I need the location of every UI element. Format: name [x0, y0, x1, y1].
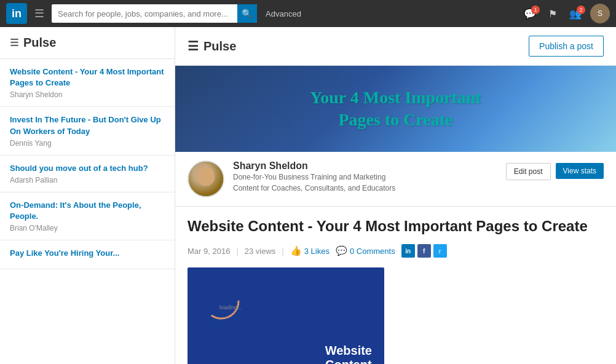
search-bar: 🔍: [52, 4, 257, 23]
comment-icon: 💬: [336, 245, 347, 256]
sidebar-item-title-1: Invest In The Future - But Don't Give Up…: [10, 114, 165, 136]
sidebar-item-title-2: Should you move out of a tech hub?: [10, 163, 165, 174]
article-title: Website Content - Your 4 Most Important …: [188, 216, 604, 235]
sidebar-item-author-0: Sharyn Sheldon: [10, 90, 165, 99]
author-description: Done-for-You Business Training and Marke…: [233, 172, 497, 194]
banner-decoration: [175, 66, 616, 152]
sidebar-item-1[interactable]: Invest In The Future - But Don't Give Up…: [0, 107, 175, 155]
author-name: Sharyn Sheldon: [233, 160, 497, 172]
author-info: Sharyn Sheldon Done-for-You Business Tra…: [233, 160, 497, 194]
author-avatar: [188, 160, 224, 197]
loading-text: loading...: [219, 304, 242, 311]
sidebar-item-0[interactable]: Website Content - Your 4 Most Important …: [0, 59, 175, 107]
sidebar-item-3[interactable]: On-Demand: It's About the People, People…: [0, 192, 175, 240]
connections-badge: 2: [577, 6, 585, 14]
svg-point-0: [204, 284, 239, 318]
search-button[interactable]: 🔍: [237, 4, 257, 23]
user-avatar[interactable]: S: [590, 4, 610, 23]
likes-link[interactable]: 3 Likes: [304, 247, 330, 256]
pulse-header: ☰ Pulse Publish a post: [175, 27, 616, 66]
search-input[interactable]: [52, 4, 237, 23]
article-banner: Your 4 Most Important Pages to Create: [175, 66, 616, 152]
thumbs-up-icon: 👍: [290, 245, 302, 256]
pulse-title-text: Pulse: [203, 39, 236, 53]
article-likes: 👍 3 Likes: [290, 245, 330, 256]
connections-icon[interactable]: 👥 2: [566, 6, 585, 22]
share-linkedin-button[interactable]: in: [401, 244, 415, 258]
sidebar-item-4[interactable]: Pay Like You're Hiring Your...: [0, 240, 175, 269]
sidebar-hamburger-icon[interactable]: ☰: [10, 37, 18, 49]
author-section: Sharyn Sheldon Done-for-You Business Tra…: [175, 152, 616, 207]
social-share: in f 𝕣: [401, 244, 447, 258]
sidebar-title: Pulse: [23, 36, 56, 50]
flag-icon[interactable]: ⚑: [545, 6, 561, 22]
sidebar-item-title-4: Pay Like You're Hiring Your...: [10, 248, 165, 259]
sidebar-item-author-2: Adarsh Pallian: [10, 176, 165, 184]
sidebar-item-author-1: Dennis Yang: [10, 139, 165, 148]
article-views: 23 views: [245, 247, 276, 256]
content-area: ☰ Pulse Publish a post Your 4 Most Impor…: [175, 27, 616, 364]
share-facebook-button[interactable]: f: [417, 244, 431, 258]
sidebar-item-2[interactable]: Should you move out of a tech hub? Adars…: [0, 156, 175, 192]
publish-post-button[interactable]: Publish a post: [529, 36, 604, 57]
author-actions: Edit post View stats: [506, 160, 604, 180]
meta-divider-2: |: [282, 247, 283, 256]
hamburger-icon[interactable]: ☰: [32, 4, 47, 23]
pulse-title: ☰ Pulse: [188, 39, 236, 53]
top-navigation: in ☰ 🔍 Advanced 💬 1 ⚑ 👥 2 S: [0, 0, 616, 27]
author-avatar-image: [189, 162, 223, 196]
article-date: Mar 9, 2016: [188, 247, 230, 256]
view-stats-button[interactable]: View stats: [556, 163, 604, 179]
sidebar-item-title-3: On-Demand: It's About the People, People…: [10, 200, 165, 222]
loading-spinner: loading...: [200, 280, 243, 323]
advanced-link[interactable]: Advanced: [262, 9, 305, 18]
linkedin-logo[interactable]: in: [6, 3, 27, 24]
messages-icon[interactable]: 💬 1: [520, 6, 540, 22]
sidebar-item-title-0: Website Content - Your 4 Most Important …: [10, 66, 165, 89]
article-comments: 💬 0 Comments: [336, 245, 395, 256]
article-image: loading... WebsiteContent: [188, 267, 384, 364]
comments-link[interactable]: 0 Comments: [350, 247, 395, 256]
sidebar-header: ☰ Pulse: [0, 27, 175, 59]
article-content: Website Content - Your 4 Most Important …: [175, 207, 616, 364]
article-meta: Mar 9, 2016 | 23 views | 👍 3 Likes 💬 0 C…: [188, 244, 604, 258]
sidebar: ☰ Pulse Website Content - Your 4 Most Im…: [0, 27, 175, 364]
meta-divider-1: |: [236, 247, 238, 256]
pulse-hamburger-icon: ☰: [188, 39, 199, 53]
share-twitter-button[interactable]: 𝕣: [433, 244, 447, 258]
image-content-text: WebsiteContent: [325, 344, 372, 364]
messages-badge: 1: [531, 6, 540, 14]
sidebar-item-author-3: Brian O'Malley: [10, 224, 165, 232]
main-layout: ☰ Pulse Website Content - Your 4 Most Im…: [0, 27, 616, 364]
edit-post-button[interactable]: Edit post: [506, 163, 551, 180]
